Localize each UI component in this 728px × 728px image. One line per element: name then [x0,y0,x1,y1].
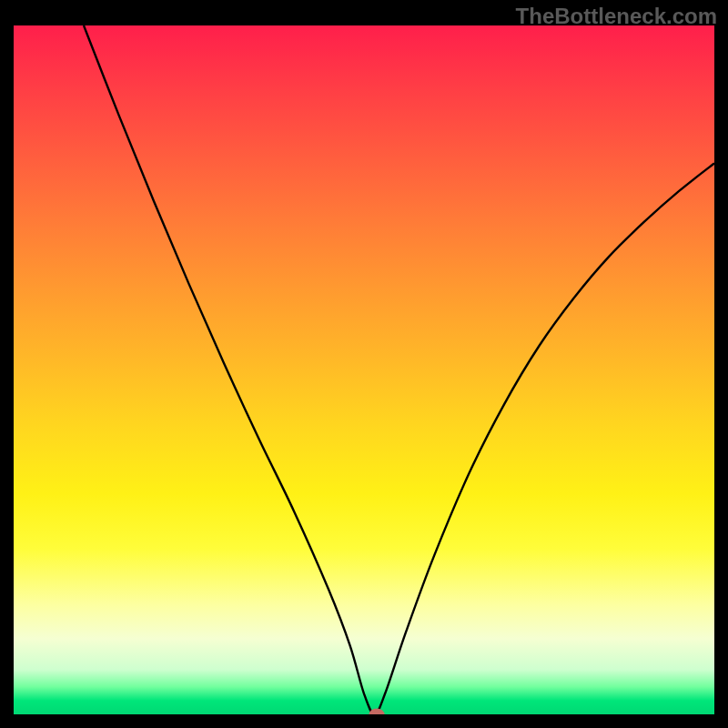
optimal-marker [369,709,384,715]
bottleneck-curve [84,25,714,714]
plot-area [14,25,714,714]
chart-container: TheBottleneck.com [0,0,728,728]
watermark-text: TheBottleneck.com [516,4,717,29]
curve-layer [14,25,714,714]
